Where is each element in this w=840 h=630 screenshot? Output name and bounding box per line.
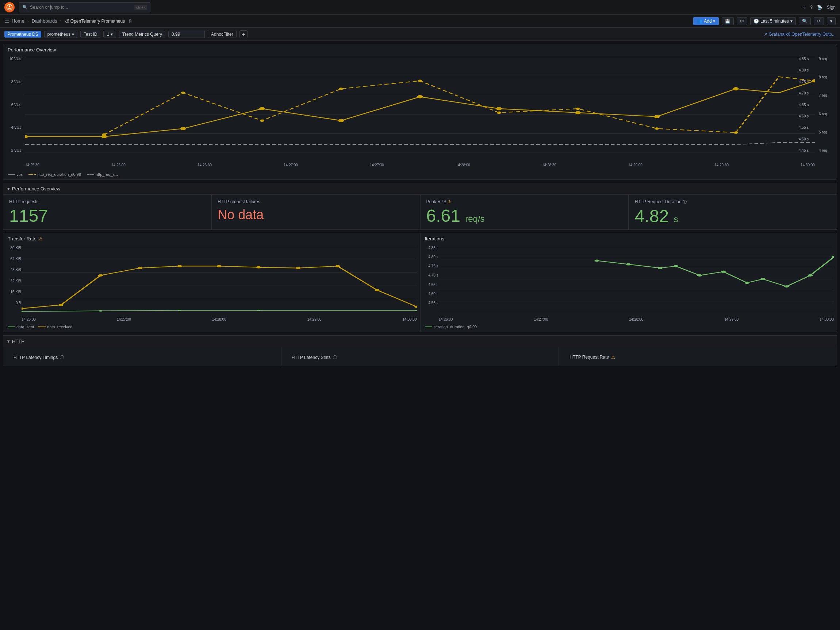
http-latency-stats-panel: HTTP Latency Stats ⓘ [281,347,559,366]
help-icon[interactable]: ? [810,5,813,10]
http-request-rate-warn-icon: ⚠ [611,354,615,360]
stat-http-duration-label: HTTP Request Duration ⓘ [635,199,831,205]
svg-point-67 [808,274,813,277]
nav-home[interactable]: Home [12,18,24,24]
adhoc-btn[interactable]: AdhocFilter [208,31,237,38]
nav-current: k6 OpenTelemetry Prometheus [65,19,125,24]
svg-point-41 [256,266,261,268]
trend-label: Trend Metrics Query [119,31,165,38]
http-duration-info-icon[interactable]: ⓘ [683,200,687,204]
iterations-panel: Iterations 4.85 s 4.80 s 4.75 s 4.70 s 4… [420,233,837,332]
svg-point-1 [9,5,11,7]
settings-btn[interactable]: ⚙ [737,17,747,25]
svg-point-37 [98,274,103,277]
legend-http-req-s: http_req_s... [87,172,118,176]
peak-rps-warn-icon: ⚠ [448,199,452,204]
add-filter-btn[interactable]: + [240,30,248,38]
transfer-x-axis: 14:26:00 14:27:00 14:28:00 14:29:00 14:3… [22,317,417,321]
bell-icon[interactable]: 📡 [817,5,823,10]
prometheus-value: prometheus [47,32,71,37]
svg-point-38 [137,267,142,269]
more-btn[interactable]: ▾ [827,17,835,25]
people-icon: 👥 [697,19,703,24]
svg-point-26 [655,127,659,130]
svg-point-58 [594,259,599,261]
grafana-k6-link[interactable]: ↗ Grafana k6 OpenTelemetry Outp... [764,32,835,37]
svg-point-11 [259,107,265,110]
charts-row: Transfer Rate ⚠ 80 KiB 64 KiB 48 KiB 32 … [3,233,837,332]
svg-point-15 [575,111,581,114]
trend-value[interactable]: 0.99 [168,31,205,38]
svg-point-22 [339,88,343,90]
svg-point-36 [59,304,63,306]
section-perf-title: Performance Overview [12,186,60,192]
legend-data-sent: data_sent [8,324,34,329]
grafana-logo [5,2,14,13]
svg-point-61 [674,265,678,268]
legend-http-req-duration: http_req_duration_q0.99 [28,172,81,176]
stats-row: HTTP requests 1157 HTTP request failures… [3,194,837,230]
hamburger-icon[interactable]: ☰ [5,17,9,24]
svg-point-59 [626,263,631,266]
svg-point-25 [576,108,580,110]
stat-http-failures: HTTP request failures No data [212,194,420,230]
plus-icon[interactable]: + [802,4,806,11]
latency-timings-info-icon[interactable]: ⓘ [60,354,64,360]
transfer-rate-warn-icon: ⚠ [39,236,43,241]
time-range-label: Last 5 minutes [760,19,789,24]
nav-time: 👥 Home Add ▾ 💾 ⚙ 🕐 Last 5 minutes ▾ 🔍 ↺ … [693,17,835,25]
svg-point-46 [22,311,23,312]
svg-point-10 [180,127,186,130]
nav-share-icon[interactable]: ⎘ [129,19,132,24]
svg-point-50 [415,310,417,311]
add-button[interactable]: 👥 Home Add ▾ [693,17,719,25]
test-id-chevron: ▾ [111,32,113,37]
svg-point-14 [496,107,502,110]
section-http[interactable]: ▾ HTTP [3,335,837,347]
legend-iteration-duration: iteration_duration_q0.99 [425,324,477,329]
prometheus-select[interactable]: prometheus ▾ [44,31,77,38]
external-link-icon: ↗ [764,32,767,37]
svg-point-20 [181,91,185,94]
perf-overview-panel: Performance Overview 10 VUs 8 VUs 6 VUs … [3,44,837,180]
time-range-btn[interactable]: 🕐 Last 5 minutes ▾ [750,17,796,25]
svg-point-42 [296,267,300,269]
latency-stats-info-icon[interactable]: ⓘ [333,354,337,360]
transfer-rate-panel: Transfer Rate ⚠ 80 KiB 64 KiB 48 KiB 32 … [3,233,420,332]
stat-http-requests-value: 1157 [9,207,205,225]
test-id-select[interactable]: 1 ▾ [103,31,116,38]
save-dashboard-btn[interactable]: 💾 [722,17,734,25]
nav-bar: ☰ Home › Dashboards › k6 OpenTelemetry P… [0,14,840,28]
top-bar: 🔍 Search or jump to... ctrl+k + ? 📡 Sign [0,0,840,14]
nav-sep-2: › [60,19,62,24]
stat-http-duration: HTTP Request Duration ⓘ 4.82 s [628,194,837,230]
svg-point-17 [733,87,739,90]
ds-tag[interactable]: Prometheus DS [5,31,41,38]
perf-overview-chart-container: 10 VUs 8 VUs 6 VUs 4 VUs 2 VUs 4.85 s 4.… [3,54,837,171]
svg-point-40 [217,265,222,268]
nav-dashboards[interactable]: Dashboards [32,18,57,24]
svg-point-68 [832,256,834,258]
http-section-title: HTTP [12,339,24,344]
top-right: + ? 📡 Sign [802,4,835,11]
search-placeholder: Search or jump to... [30,5,68,10]
refresh-btn[interactable]: ↺ [814,17,824,25]
http-latency-stats-header: HTTP Latency Stats ⓘ [287,352,553,362]
svg-point-64 [744,282,749,284]
svg-point-13 [417,95,423,99]
clock-icon: 🕐 [753,19,759,24]
sign-label[interactable]: Sign [827,5,835,10]
filter-bar: Prometheus DS prometheus ▾ Test ID 1 ▾ T… [0,28,840,41]
svg-point-19 [102,134,106,136]
perf-overview-legend: vus http_req_duration_q0.99 http_req_s..… [3,171,837,180]
zoom-out-btn[interactable]: 🔍 [799,17,811,25]
iterations-header: Iterations [420,233,837,243]
svg-point-24 [497,112,501,114]
stat-http-failures-label: HTTP request failures [218,199,414,204]
stat-http-requests-label: HTTP requests [9,199,205,204]
stat-http-requests: HTTP requests 1157 [3,194,212,230]
section-perf-overview[interactable]: ▾ Performance Overview [3,183,837,194]
search-bar[interactable]: 🔍 Search or jump to... ctrl+k [19,2,150,13]
nav-sep-1: › [27,19,29,24]
section-chevron: ▾ [7,186,10,192]
